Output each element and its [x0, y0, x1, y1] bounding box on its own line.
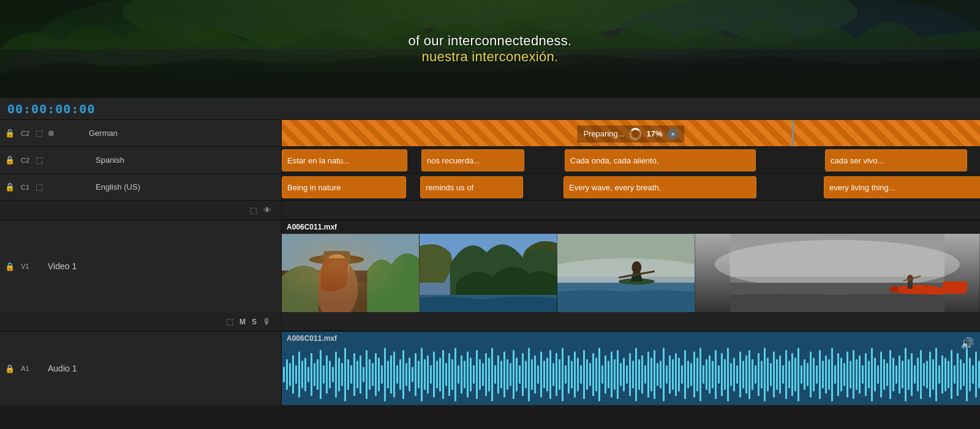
- export-icon-english[interactable]: ⬚: [36, 182, 43, 192]
- svg-rect-70: [409, 358, 410, 392]
- svg-rect-109: [528, 348, 530, 401]
- subtitle-container: of our interconnectedness. nuestra inter…: [408, 33, 571, 65]
- svg-rect-132: [598, 348, 600, 401]
- svg-rect-182: [752, 359, 753, 390]
- svg-rect-194: [788, 361, 790, 389]
- svg-rect-126: [580, 365, 582, 384]
- preparing-cancel-button[interactable]: ×: [668, 129, 679, 140]
- svg-rect-175: [730, 363, 732, 386]
- export-icon-video-icons[interactable]: ⬚: [250, 206, 257, 215]
- video-frame-1: [282, 234, 420, 312]
- svg-rect-177: [736, 365, 738, 384]
- video-frame-4: [695, 234, 980, 312]
- svg-rect-195: [791, 353, 793, 396]
- preparing-percent: 17%: [647, 129, 663, 138]
- svg-rect-199: [804, 359, 805, 390]
- svg-rect-114: [543, 361, 545, 389]
- svg-rect-189: [773, 352, 775, 398]
- svg-rect-84: [451, 359, 453, 390]
- track-label-german: German: [89, 129, 118, 138]
- svg-rect-167: [706, 359, 707, 390]
- lock-icon-spanish[interactable]: 🔒: [5, 155, 15, 165]
- svg-rect-116: [549, 350, 551, 399]
- svg-rect-174: [727, 348, 729, 401]
- spanish-clip-4[interactable]: cada ser vivo...: [825, 149, 967, 171]
- svg-rect-98: [494, 365, 496, 384]
- svg-rect-80: [439, 358, 441, 392]
- english-clip-1[interactable]: Being in nature: [282, 176, 406, 198]
- svg-rect-40: [317, 359, 318, 390]
- track-content-english: Being in nature reminds us of Every wave…: [282, 174, 980, 200]
- svg-rect-161: [687, 361, 689, 389]
- english-clip-3[interactable]: Every wave, every breath,: [564, 176, 756, 198]
- svg-rect-4: [282, 234, 419, 311]
- camera-off-icon-german[interactable]: ⊗: [48, 129, 55, 138]
- track-row-audio: 🔒 A1 Audio 1 A006C011.mxf 🔊 /* T: [0, 332, 980, 405]
- svg-rect-108: [525, 361, 527, 389]
- svg-rect-241: [932, 359, 934, 390]
- svg-rect-125: [577, 358, 579, 392]
- spanish-clip-3[interactable]: Cada onda, cada aliento,: [565, 149, 756, 171]
- svg-rect-200: [807, 363, 809, 386]
- eye-icon[interactable]: 👁: [263, 206, 271, 215]
- svg-rect-117: [552, 363, 554, 386]
- svg-rect-79: [436, 361, 438, 389]
- export-icon-spanish[interactable]: ⬚: [36, 155, 43, 165]
- svg-rect-101: [503, 352, 505, 398]
- svg-rect-91: [473, 365, 475, 384]
- english-clip-4[interactable]: every living thing...: [824, 176, 980, 198]
- english-clip-2[interactable]: reminds us of: [420, 176, 523, 198]
- m-label[interactable]: M: [239, 318, 246, 326]
- svg-rect-245: [944, 358, 946, 392]
- svg-rect-31: [289, 363, 291, 386]
- svg-rect-162: [690, 363, 692, 386]
- svg-rect-38: [311, 353, 312, 396]
- svg-rect-106: [519, 365, 521, 384]
- svg-rect-157: [675, 353, 677, 396]
- svg-rect-186: [764, 348, 766, 401]
- svg-rect-155: [669, 356, 671, 394]
- svg-rect-153: [663, 348, 665, 401]
- svg-rect-251: [963, 363, 965, 386]
- svg-rect-136: [611, 352, 612, 398]
- svg-rect-139: [620, 363, 622, 386]
- lock-icon-english[interactable]: 🔒: [5, 182, 15, 192]
- svg-rect-94: [482, 363, 484, 386]
- video-clip-name: A006C011.mxf: [287, 223, 337, 231]
- s-label[interactable]: S: [252, 318, 257, 326]
- svg-rect-58: [372, 363, 374, 386]
- video-frames: [282, 234, 980, 312]
- svg-rect-219: [865, 353, 867, 396]
- export-icon-audio[interactable]: ⬚: [226, 317, 233, 326]
- svg-rect-134: [605, 356, 606, 394]
- svg-rect-176: [733, 358, 735, 392]
- svg-rect-82: [445, 363, 447, 386]
- lock-icon-german[interactable]: 🔒: [5, 129, 15, 138]
- track-row-english: 🔒 C1 ⬚ English (US) Being in nature remi…: [0, 174, 980, 201]
- svg-rect-127: [583, 350, 585, 399]
- mic-icon[interactable]: 🎙: [263, 317, 271, 327]
- track-row-video: 🔒 V1 Video 1 A006C011.mxf: [0, 220, 980, 312]
- video-frame-3: [557, 234, 695, 312]
- spanish-clip-1[interactable]: Estar en la natu...: [282, 149, 407, 171]
- svg-rect-234: [911, 353, 913, 396]
- svg-rect-216: [856, 359, 858, 390]
- svg-rect-160: [684, 350, 686, 399]
- lock-icon-audio[interactable]: 🔒: [5, 364, 15, 373]
- svg-point-24: [715, 240, 960, 289]
- svg-rect-33: [295, 365, 297, 384]
- svg-rect-148: [647, 352, 649, 398]
- svg-rect-89: [467, 352, 469, 398]
- export-icon-german[interactable]: ⬚: [36, 129, 43, 138]
- svg-rect-185: [761, 361, 763, 389]
- track-content-audio[interactable]: A006C011.mxf 🔊 /* This will be rendered …: [282, 332, 980, 405]
- svg-rect-163: [693, 352, 695, 398]
- svg-rect-120: [562, 348, 564, 401]
- svg-rect-122: [568, 356, 570, 394]
- spanish-clip-2[interactable]: nos recuerda...: [421, 149, 524, 171]
- track-content-video[interactable]: A006C011.mxf: [282, 220, 980, 312]
- lock-icon-video[interactable]: 🔒: [5, 262, 15, 271]
- svg-rect-45: [332, 367, 334, 382]
- svg-rect-172: [721, 353, 723, 396]
- svg-rect-64: [390, 356, 392, 394]
